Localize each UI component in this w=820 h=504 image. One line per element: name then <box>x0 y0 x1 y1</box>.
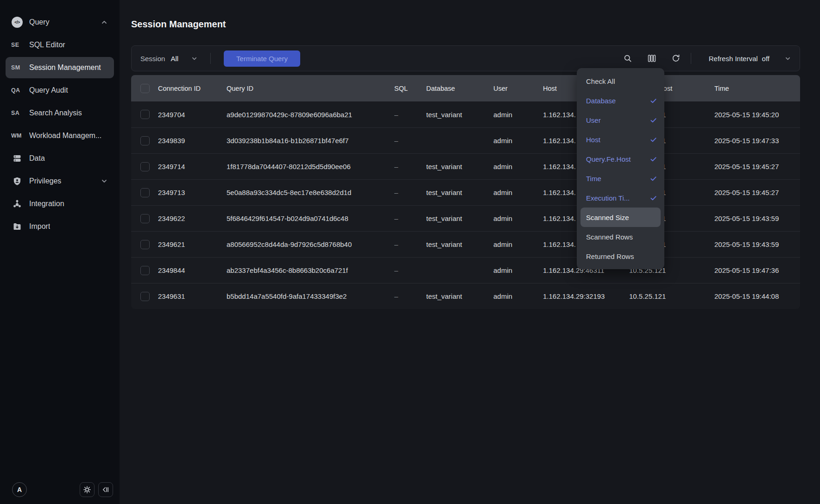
columns-button[interactable] <box>645 52 658 65</box>
table-row: 23497135e0a88a93c334dc5-8ec17e8e638d2d1d… <box>131 179 800 205</box>
sidebar-item-label: Search Analysis <box>29 109 82 117</box>
row-select-cell <box>131 110 158 119</box>
check-icon <box>650 195 657 202</box>
sidebar-group-query[interactable]: </> Query <box>6 12 114 33</box>
check-icon <box>650 117 657 124</box>
menu-item-scanned-rows[interactable]: Scanned Rows <box>577 227 664 246</box>
row-checkbox[interactable] <box>140 162 150 171</box>
cell-sql: – <box>394 292 426 300</box>
sidebar-item-label: Import <box>29 222 50 231</box>
cell-query-fe-host: 10.5.25.121 <box>629 292 714 300</box>
session-filter-value[interactable]: All <box>170 55 178 63</box>
cell-time: 2025-05-15 19:45:20 <box>714 111 800 119</box>
sidebar-item-integration[interactable]: Integration <box>6 193 114 214</box>
menu-item-host[interactable]: Host <box>577 130 664 149</box>
row-checkbox[interactable] <box>140 110 150 119</box>
cell-host: 1.162.134.29:32193 <box>543 292 629 300</box>
search-button[interactable] <box>621 52 634 65</box>
session-filter-label: Session <box>140 55 165 63</box>
sidebar-item-sql-editor[interactable]: SESQL Editor <box>6 34 114 56</box>
sidebar-item-session-management[interactable]: SMSession Management <box>6 57 114 78</box>
select-all-checkbox[interactable] <box>140 84 150 93</box>
sidebar-item-workload-managem-[interactable]: WMWorkload Managem... <box>6 125 114 146</box>
cell-sql: – <box>394 163 426 170</box>
cell-user: admin <box>493 111 543 119</box>
table-row: 23497141f81778da7044407-80212d5d5d90ee06… <box>131 153 800 179</box>
menu-item-database[interactable]: Database <box>577 91 664 110</box>
chevron-down-icon[interactable] <box>785 56 791 62</box>
sidebar-item-import[interactable]: Import <box>6 216 114 237</box>
cell-connection-id: 2349839 <box>158 137 227 145</box>
row-checkbox[interactable] <box>140 292 150 301</box>
table-row: 23496225f6846429f614547-b024d9a0741d6c48… <box>131 205 800 231</box>
sidebar-item-privileges[interactable]: Privileges <box>6 170 114 192</box>
cell-query-id: a80566952c8d44da-9d7926c5d8768b40 <box>227 240 394 248</box>
sidebar-item-abbr: QA <box>11 87 23 94</box>
check-icon <box>650 136 657 143</box>
menu-item-label: Scanned Rows <box>586 233 633 241</box>
menu-item-time[interactable]: Time <box>577 169 664 188</box>
table-row: 2349631b5bdd14a7a5540fd-9afa17433349f3e2… <box>131 283 800 309</box>
sidebar: </> Query SESQL EditorSMSession Manageme… <box>0 0 120 504</box>
settings-button[interactable] <box>80 482 95 497</box>
cell-connection-id: 2349844 <box>158 266 227 274</box>
cell-user: admin <box>493 163 543 170</box>
main-content: Session Management Session All Terminate… <box>120 0 820 504</box>
menu-item-label: User <box>586 116 601 124</box>
menu-item-query-fe-host[interactable]: Query.Fe.Host <box>577 149 664 169</box>
cell-query-id: 5e0a88a93c334dc5-8ec17e8e638d2d1d <box>227 189 394 196</box>
cell-time: 2025-05-15 19:45:27 <box>714 189 800 196</box>
sidebar-item-abbr: SM <box>11 64 23 71</box>
cell-user: admin <box>493 214 543 222</box>
sidebar-footer: A <box>0 475 120 504</box>
column-header-sql: SQL <box>394 85 426 92</box>
check-icon <box>650 175 657 182</box>
table-row: 23498393d039238b1b84a16-b1b26871bf47e6f7… <box>131 127 800 153</box>
chevron-down-icon[interactable] <box>191 56 197 62</box>
menu-item-label: Host <box>586 136 600 144</box>
sidebar-item-query-audit[interactable]: QAQuery Audit <box>6 80 114 101</box>
shield-icon <box>11 176 23 186</box>
cell-query-id: 3d039238b1b84a16-b1b26871bf47e6f7 <box>227 137 394 145</box>
cell-connection-id: 2349622 <box>158 214 227 222</box>
terminate-query-button[interactable]: Terminate Query <box>224 50 300 67</box>
menu-item-check-all[interactable]: Check All <box>577 71 664 91</box>
cell-query-id: ab2337ebf4a3456c-8b8663b20c6a721f <box>227 266 394 274</box>
menu-item-execution-ti-[interactable]: Execution Ti... <box>577 188 664 208</box>
cell-query-id: 1f81778da7044407-80212d5d5d90ee06 <box>227 163 394 170</box>
cell-connection-id: 2349714 <box>158 163 227 170</box>
avatar[interactable]: A <box>12 482 27 497</box>
select-all-cell <box>131 84 158 93</box>
row-checkbox[interactable] <box>140 240 150 249</box>
column-picker-menu: Check AllDatabaseUserHostQuery.Fe.HostTi… <box>577 68 664 269</box>
table-header-row: Connection IDQuery IDSQLDatabaseUserHost… <box>131 75 800 101</box>
menu-item-label: Execution Ti... <box>586 194 630 202</box>
row-checkbox[interactable] <box>140 136 150 145</box>
refresh-interval-value[interactable]: off <box>762 55 770 63</box>
sidebar-item-search-analysis[interactable]: SASearch Analysis <box>6 102 114 124</box>
table-row: 2349844ab2337ebf4a3456c-8b8663b20c6a721f… <box>131 257 800 283</box>
collapse-sidebar-button[interactable] <box>98 482 113 497</box>
cell-database: test_variant <box>426 292 493 300</box>
cell-time: 2025-05-15 19:47:36 <box>714 266 800 274</box>
cell-connection-id: 2349704 <box>158 111 227 119</box>
menu-item-returned-rows[interactable]: Returned Rows <box>577 246 664 266</box>
menu-item-label: Returned Rows <box>586 252 634 260</box>
row-checkbox[interactable] <box>140 266 150 275</box>
menu-item-label: Query.Fe.Host <box>586 155 631 163</box>
row-checkbox[interactable] <box>140 214 150 223</box>
menu-item-label: Database <box>586 97 616 105</box>
row-checkbox[interactable] <box>140 188 150 197</box>
page-title: Session Management <box>131 18 800 31</box>
sidebar-item-data[interactable]: Data <box>6 148 114 169</box>
menu-item-user[interactable]: User <box>577 110 664 130</box>
cell-database: test_variant <box>426 240 493 248</box>
row-select-cell <box>131 188 158 197</box>
row-select-cell <box>131 266 158 275</box>
cell-database: test_variant <box>426 111 493 119</box>
menu-item-scanned-size[interactable]: Scanned Size <box>580 208 661 227</box>
cell-user: admin <box>493 240 543 248</box>
cell-time: 2025-05-15 19:44:08 <box>714 292 800 300</box>
refresh-button[interactable] <box>669 52 682 65</box>
cell-sql: – <box>394 266 426 274</box>
